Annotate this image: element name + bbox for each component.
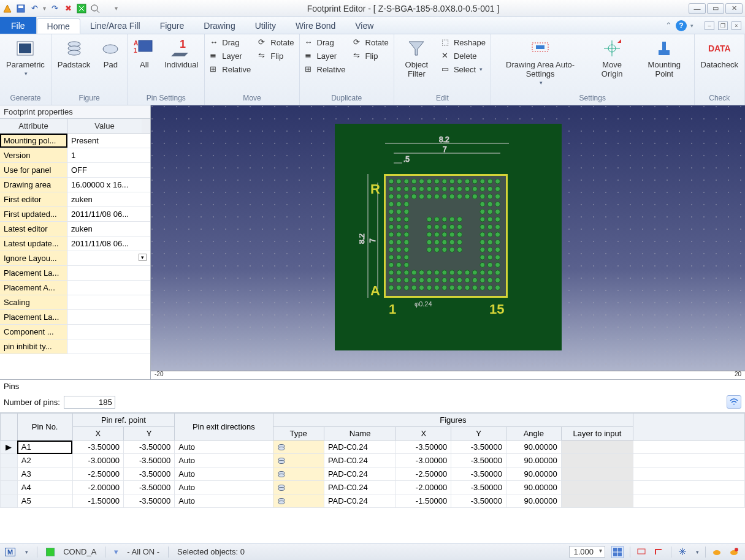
prop-row[interactable]: Scaling xyxy=(0,295,150,310)
dup-rotate-button[interactable]: ⟳Rotate xyxy=(352,37,390,48)
dup-relative-button[interactable]: ⊞Relative xyxy=(304,64,347,75)
filter-text[interactable]: - All ON - xyxy=(127,547,159,556)
pin-row[interactable]: A2-3.00000-3.50000AutoPAD-C0.24-3.00000-… xyxy=(1,454,745,467)
pins-all-button[interactable]: A1 All xyxy=(131,37,157,70)
file-menu[interactable]: File xyxy=(0,17,37,34)
ribbon-collapse-icon[interactable]: ⌃ xyxy=(665,21,672,30)
prop-row[interactable]: Ignore Layou...▾ xyxy=(0,251,150,266)
move-origin-button[interactable]: Move Origin xyxy=(590,37,633,80)
minimize-button[interactable]: — xyxy=(689,3,706,14)
status-icon-4[interactable] xyxy=(712,547,723,558)
prop-row[interactable]: Version1 xyxy=(0,148,150,163)
save-icon[interactable] xyxy=(16,4,26,13)
svg-point-124 xyxy=(457,240,462,244)
reshape-button[interactable]: ⬚Reshape xyxy=(440,37,487,48)
svg-point-133 xyxy=(442,248,447,252)
tab-utility[interactable]: Utility xyxy=(245,17,286,34)
svg-point-169 xyxy=(411,278,416,282)
prop-row[interactable]: Placement La... xyxy=(0,310,150,325)
dup-drag-button[interactable]: ↔Drag xyxy=(304,37,347,48)
filter-funnel-icon[interactable]: ▾ xyxy=(114,547,118,556)
prop-row[interactable]: Use for panelOFF xyxy=(0,163,150,178)
svg-point-84 xyxy=(389,217,394,222)
svg-point-97 xyxy=(404,224,409,229)
props-header-value[interactable]: Value xyxy=(67,119,142,133)
zoom-icon[interactable] xyxy=(90,4,100,13)
redo-icon[interactable]: ↷ xyxy=(50,4,59,13)
layer-name[interactable]: COND_A xyxy=(63,547,96,556)
pins-wifi-icon[interactable] xyxy=(727,395,741,409)
select-button[interactable]: ▭Select▾ xyxy=(440,64,487,75)
prop-row[interactable]: Placement A... xyxy=(0,281,150,295)
move-drag-button[interactable]: ↔Drag xyxy=(208,37,252,48)
svg-point-220 xyxy=(735,548,738,551)
pins-table[interactable]: Pin No. Pin ref. point Pin exit directio… xyxy=(0,413,745,508)
layer-color-icon[interactable] xyxy=(46,548,55,556)
drawing-area-button[interactable]: Drawing Area Auto-Settings▾ xyxy=(495,37,586,87)
svg-point-44 xyxy=(404,186,409,191)
prop-row[interactable]: First updated...2011/11/08 06... xyxy=(0,207,150,222)
grid-toggle-icon[interactable] xyxy=(611,546,624,558)
mdi-restore-button[interactable]: ❐ xyxy=(718,21,728,30)
svg-point-42 xyxy=(389,186,394,191)
status-icon-1[interactable] xyxy=(636,547,648,558)
pin-row[interactable]: A3-2.50000-3.50000AutoPAD-C0.24-2.50000-… xyxy=(1,467,745,481)
fit-icon[interactable] xyxy=(77,4,86,13)
parametric-button[interactable]: Parametric▾ xyxy=(4,37,47,78)
prop-row[interactable]: Mounting pol...Present xyxy=(0,134,150,148)
svg-point-207 xyxy=(278,447,285,450)
properties-title: Footprint properties xyxy=(0,105,150,118)
prop-row[interactable]: Latest update...2011/11/08 06... xyxy=(0,236,150,251)
mdi-close-button[interactable]: × xyxy=(732,21,741,30)
maximize-button[interactable]: ▭ xyxy=(707,3,724,14)
help-icon[interactable]: ? xyxy=(676,20,687,31)
status-m-icon[interactable]: M xyxy=(5,548,15,556)
tab-drawing[interactable]: Drawing xyxy=(194,17,245,34)
zoom-combo[interactable]: 1.000 xyxy=(569,546,605,558)
svg-rect-12 xyxy=(139,40,152,51)
tab-line-area-fill[interactable]: Line/Area Fill xyxy=(80,17,150,34)
tab-figure[interactable]: Figure xyxy=(150,17,194,34)
drawing-canvas[interactable]: 8.2 7 .5 8.2 7 R A 1 15 φ0.24 -20 20 xyxy=(151,105,745,379)
dup-layer-button[interactable]: ≣Layer xyxy=(304,50,347,61)
datacheck-button[interactable]: DATA Datacheck xyxy=(698,37,741,70)
svg-point-29 xyxy=(404,179,409,184)
move-layer-button[interactable]: ≣Layer xyxy=(208,50,252,61)
status-icon-3[interactable] xyxy=(678,547,689,558)
dup-flip-button[interactable]: ⇋Flip xyxy=(352,50,390,61)
padstack-button[interactable]: Padstack xyxy=(55,37,93,70)
pins-count-input[interactable] xyxy=(64,396,115,409)
delete-x-icon[interactable]: ✖ xyxy=(63,4,73,13)
prop-row[interactable]: First editorzuken xyxy=(0,192,150,207)
mounting-point-button[interactable]: Mounting Point xyxy=(638,37,690,80)
prop-row[interactable]: Latest editorzuken xyxy=(0,222,150,236)
svg-point-172 xyxy=(434,278,439,282)
svg-point-168 xyxy=(404,278,409,282)
move-rotate-button[interactable]: ⟳Rotate xyxy=(257,37,295,48)
delete-button[interactable]: ✕Delete xyxy=(440,50,487,61)
prop-row[interactable]: pin inhibit ty... xyxy=(0,339,150,354)
props-header-attribute[interactable]: Attribute xyxy=(0,119,67,133)
prop-row[interactable]: Placement La... xyxy=(0,266,150,281)
svg-point-176 xyxy=(465,278,470,282)
pin-row[interactable]: ▶A1-3.50000-3.50000AutoPAD-C0.24-3.50000… xyxy=(1,441,745,454)
status-icon-2[interactable] xyxy=(654,547,665,558)
svg-point-135 xyxy=(457,248,462,252)
prop-row[interactable]: Drawing area16.00000 x 16... xyxy=(0,178,150,192)
prop-row[interactable]: Component ... xyxy=(0,325,150,339)
svg-point-45 xyxy=(411,186,416,191)
pin-row[interactable]: A4-2.00000-3.50000AutoPAD-C0.24-2.00000-… xyxy=(1,481,745,494)
pins-individual-button[interactable]: 1 Individual xyxy=(162,37,201,70)
move-flip-button[interactable]: ⇋Flip xyxy=(257,50,295,61)
pad-button[interactable]: Pad xyxy=(97,37,123,70)
tab-wire-bond[interactable]: Wire Bond xyxy=(286,17,345,34)
pin-row[interactable]: A5-1.50000-3.50000AutoPAD-C0.24-1.50000-… xyxy=(1,494,745,508)
close-button[interactable]: ✕ xyxy=(725,3,743,14)
move-relative-button[interactable]: ⊞Relative xyxy=(208,64,252,75)
undo-icon[interactable]: ↶ xyxy=(29,4,39,13)
object-filter-button[interactable]: Object Filter xyxy=(398,37,435,80)
status-icon-5[interactable] xyxy=(729,547,740,558)
tab-home[interactable]: Home xyxy=(37,18,80,34)
mdi-minimize-button[interactable]: – xyxy=(705,21,714,30)
tab-view[interactable]: View xyxy=(345,17,383,34)
